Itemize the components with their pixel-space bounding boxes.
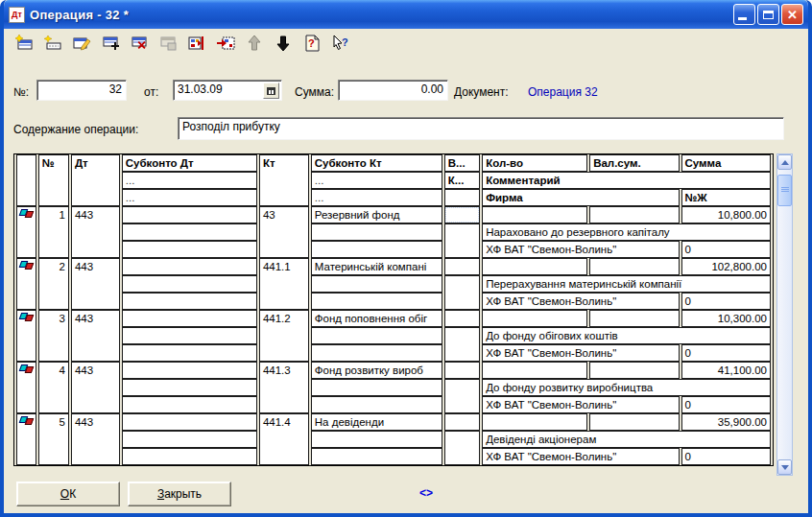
currency-cell[interactable] xyxy=(444,258,480,275)
journal-cell[interactable]: 0 xyxy=(681,396,771,413)
subconto-dt-cell[interactable] xyxy=(122,362,257,379)
firm-cell[interactable]: ХФ ВАТ "Свемон-Волинь" xyxy=(482,344,679,362)
goto-row-button[interactable] xyxy=(213,33,237,55)
debit-account-cell[interactable]: 443 xyxy=(71,310,120,362)
row-number-cell[interactable]: 5 xyxy=(38,413,69,465)
subconto-dt-cell[interactable] xyxy=(122,327,257,344)
sum-cell[interactable]: 102,800.00 xyxy=(681,258,771,275)
subconto-dt-cell[interactable] xyxy=(122,431,257,448)
quantity-cell[interactable] xyxy=(482,362,587,379)
copy-row-button[interactable] xyxy=(98,33,122,55)
comment-cell[interactable]: Перерахування материнській компанії xyxy=(482,275,771,293)
subconto-kt-cell[interactable] xyxy=(311,223,442,241)
subconto-kt-cell[interactable]: Резервний фонд xyxy=(311,206,442,223)
currency-cell[interactable] xyxy=(444,310,480,327)
close-form-button[interactable]: Закрыть xyxy=(128,482,231,506)
quantity-cell[interactable] xyxy=(482,258,587,275)
credit-account-cell[interactable]: 441.2 xyxy=(259,310,309,362)
quantity-cell[interactable] xyxy=(482,310,587,327)
sum-cell[interactable]: 10,800.00 xyxy=(681,206,771,223)
save-row-button[interactable] xyxy=(155,33,179,55)
subconto-dt-cell[interactable] xyxy=(122,293,257,310)
currency-cell-selected[interactable] xyxy=(444,206,480,223)
close-button[interactable]: ✕ xyxy=(781,4,803,25)
currency-cell[interactable] xyxy=(444,223,480,258)
scrollbar-thumb[interactable] xyxy=(777,175,792,206)
currency-cell[interactable] xyxy=(444,431,480,465)
subconto-dt-cell[interactable] xyxy=(122,206,257,223)
comment-cell[interactable]: До фонду розвитку виробництва xyxy=(482,379,771,396)
new-row-button[interactable] xyxy=(12,33,36,55)
comment-cell[interactable]: Нараховано до резервного капіталу xyxy=(482,223,771,241)
sum-cell[interactable]: 10,300.00 xyxy=(681,310,771,327)
subconto-kt-cell[interactable] xyxy=(311,327,442,344)
row-marker-cell[interactable] xyxy=(16,206,36,258)
document-link[interactable]: Операция 32 xyxy=(528,85,598,99)
subconto-kt-cell[interactable] xyxy=(311,344,442,362)
credit-account-cell[interactable]: 441.1 xyxy=(259,258,309,310)
subconto-dt-cell[interactable] xyxy=(122,379,257,396)
journal-cell[interactable]: 0 xyxy=(681,344,771,362)
journal-cell[interactable]: 0 xyxy=(681,241,771,258)
subconto-dt-cell[interactable] xyxy=(122,258,257,275)
subconto-kt-cell[interactable]: На девіденди xyxy=(311,413,442,431)
row-number-cell[interactable]: 1 xyxy=(38,206,69,258)
move-down-button[interactable] xyxy=(271,33,295,55)
scroll-up-button[interactable] xyxy=(777,154,792,170)
firm-cell[interactable]: ХФ ВАТ "Свемон-Волинь" xyxy=(482,448,679,465)
subconto-kt-cell[interactable] xyxy=(311,241,442,258)
journal-cell[interactable]: 0 xyxy=(681,448,771,465)
new-line-button[interactable] xyxy=(40,33,64,55)
firm-cell[interactable]: ХФ ВАТ "Свемон-Волинь" xyxy=(482,293,679,310)
vertical-scrollbar[interactable] xyxy=(776,153,793,476)
sum-input[interactable]: 0.00 xyxy=(338,80,448,101)
intervals-button[interactable] xyxy=(184,33,208,55)
row-number-cell[interactable]: 3 xyxy=(38,310,69,362)
subconto-dt-cell[interactable] xyxy=(122,275,257,293)
currency-sum-cell[interactable] xyxy=(589,206,679,223)
scroll-down-button[interactable] xyxy=(777,459,792,475)
subconto-kt-cell[interactable] xyxy=(311,379,442,396)
row-marker-cell[interactable] xyxy=(16,258,36,310)
calendar-button[interactable] xyxy=(263,82,279,99)
subconto-dt-cell[interactable] xyxy=(122,241,257,258)
credit-account-cell[interactable]: 43 xyxy=(259,206,309,258)
currency-cell[interactable] xyxy=(444,362,480,379)
currency-sum-cell[interactable] xyxy=(589,362,679,379)
subconto-dt-cell[interactable] xyxy=(122,396,257,413)
currency-sum-cell[interactable] xyxy=(589,258,679,275)
content-input[interactable]: Розподіл прибутку xyxy=(178,117,784,140)
row-marker-cell[interactable] xyxy=(16,413,36,465)
row-marker-cell[interactable] xyxy=(16,310,36,362)
subconto-dt-cell[interactable] xyxy=(122,413,257,431)
currency-cell[interactable] xyxy=(444,327,480,362)
subconto-kt-cell[interactable] xyxy=(311,275,442,293)
maximize-button[interactable] xyxy=(757,4,779,25)
subconto-kt-cell[interactable]: Фонд розвитку вироб xyxy=(311,362,442,379)
subconto-kt-cell[interactable] xyxy=(311,396,442,413)
currency-cell[interactable] xyxy=(444,413,480,431)
credit-account-cell[interactable]: 441.3 xyxy=(259,362,309,413)
quantity-cell[interactable] xyxy=(482,206,587,223)
currency-sum-cell[interactable] xyxy=(589,310,679,327)
journal-cell[interactable]: 0 xyxy=(681,293,771,310)
subconto-dt-cell[interactable] xyxy=(122,448,257,465)
currency-cell[interactable] xyxy=(444,379,480,413)
debit-account-cell[interactable]: 443 xyxy=(71,258,120,310)
subconto-kt-cell[interactable] xyxy=(311,448,442,465)
subconto-dt-cell[interactable] xyxy=(122,310,257,327)
comment-cell[interactable]: До фонду обігових коштів xyxy=(482,327,771,344)
currency-sum-cell[interactable] xyxy=(589,413,679,431)
subconto-kt-cell[interactable] xyxy=(311,293,442,310)
credit-account-cell[interactable]: 441.4 xyxy=(259,413,309,465)
row-number-cell[interactable]: 4 xyxy=(38,362,69,413)
subconto-kt-cell[interactable] xyxy=(311,431,442,448)
row-number-cell[interactable]: 2 xyxy=(38,258,69,310)
number-input[interactable]: 32 xyxy=(36,80,127,101)
debit-account-cell[interactable]: 443 xyxy=(71,413,120,465)
firm-cell[interactable]: ХФ ВАТ "Свемон-Волинь" xyxy=(482,241,679,258)
quantity-cell[interactable] xyxy=(482,413,587,431)
ok-button[interactable]: ОК xyxy=(16,482,120,506)
subconto-kt-cell[interactable]: Фонд поповнення обіг xyxy=(311,310,442,327)
move-up-button[interactable] xyxy=(242,33,266,55)
